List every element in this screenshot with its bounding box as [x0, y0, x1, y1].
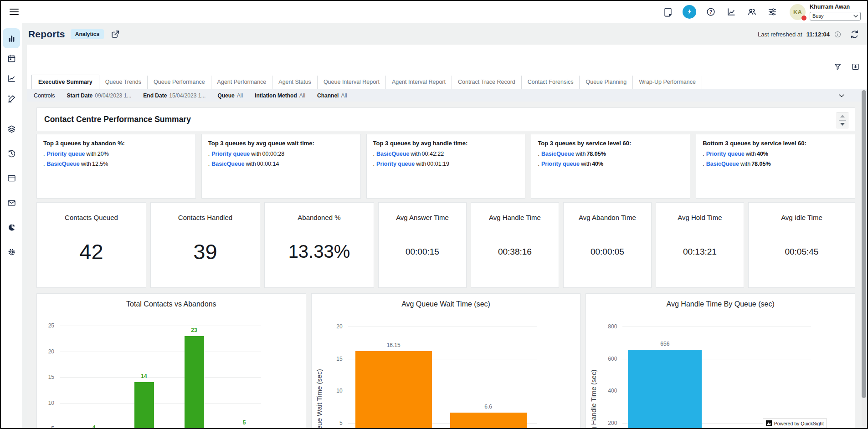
bar-chart-icon: [7, 34, 16, 43]
queue-link[interactable]: Priority queue: [541, 161, 580, 167]
sidebar-item-designer[interactable]: [3, 88, 20, 108]
insight-card-abandon: Top 3 queues by abandon %: .Priority que…: [36, 134, 196, 199]
y-axis-label: Queue Wait Time (sec): [315, 347, 323, 428]
export-button[interactable]: [851, 62, 860, 71]
tab-queue-trends[interactable]: Queue Trends: [99, 76, 148, 89]
preferences-button[interactable]: [766, 6, 778, 18]
sidebar-item-mail[interactable]: [3, 190, 20, 215]
gridline: [60, 403, 261, 403]
tab-agent-performance[interactable]: Agent Performance: [211, 76, 273, 89]
bar-chart-plot: 800600400200656Avg Handle Time (sec): [586, 294, 855, 428]
summary-title-card: Contact Centre Performance Summary: [36, 107, 855, 131]
list-item: .BasicQueuewith78.05%: [538, 151, 683, 157]
list-item: .Priority queuewith40%: [538, 161, 683, 167]
queue-link[interactable]: Priority queue: [46, 151, 85, 157]
sidebar-item-analytics[interactable]: [3, 215, 20, 240]
stat-value: 00:00:14: [257, 161, 279, 167]
lightning-icon: [686, 8, 693, 15]
filter-button[interactable]: [833, 62, 842, 71]
y-tick-label: 10: [324, 388, 343, 394]
filter-start-date[interactable]: Start Date09/04/2023 1...: [67, 92, 132, 99]
help-button[interactable]: ?: [705, 6, 717, 18]
app-window: ? KA: [0, 0, 868, 429]
stat-value: 00:00:28: [262, 151, 285, 157]
bar-total-contacts[interactable]: [134, 382, 154, 428]
tab-agent-interval-report[interactable]: Agent Interval Report: [386, 76, 452, 89]
tab-wrap-up-performance[interactable]: Wrap-Up Performance: [633, 76, 702, 89]
filter-queue[interactable]: QueueAll: [217, 92, 243, 99]
queue-link[interactable]: Priority queue: [706, 151, 745, 157]
filter-value: All: [299, 92, 305, 99]
scrollbar-track[interactable]: [862, 90, 866, 427]
sidebar-item-calendar[interactable]: [3, 48, 20, 68]
gridline: [60, 352, 261, 352]
user-menu[interactable]: KA Khurram Awan Busy: [790, 4, 861, 20]
last-refreshed-time: 11:12:04: [806, 31, 830, 38]
conjunction-text: with: [416, 161, 426, 167]
open-external-button[interactable]: [110, 29, 120, 39]
notepad-button[interactable]: [662, 6, 674, 18]
queue-link[interactable]: Priority queue: [211, 151, 250, 157]
spinner-down-icon[interactable]: [840, 123, 845, 126]
chevron-down-icon: [853, 15, 858, 18]
bar-chart-plot: 201510516.156.6Queue Wait Time (sec): [312, 294, 580, 428]
queue-link[interactable]: Priority queue: [376, 161, 415, 167]
bar-avg-handle-time[interactable]: [628, 350, 702, 428]
y-tick-label: 5: [36, 425, 54, 428]
kpi-contacts-queued: Contacts Queued 42: [36, 202, 146, 288]
layers-icon: [7, 124, 16, 134]
bar-avg-queue-wait-time[interactable]: [450, 413, 527, 428]
notepad-icon: [663, 7, 673, 17]
pie-chart-icon: [7, 223, 16, 232]
spinner-up-icon[interactable]: [840, 115, 845, 117]
insight-card-service-level-top: Top 3 queues by service level 60: .Basic…: [531, 134, 690, 199]
bar-value-label: 14: [128, 373, 160, 379]
bar-value-label: 656: [649, 341, 681, 347]
metrics-button[interactable]: [725, 6, 737, 18]
charts-row: Total Contacts vs Abandons 2520151054142…: [36, 293, 855, 428]
sidebar-item-settings[interactable]: [3, 240, 20, 264]
bar-total-contacts[interactable]: [185, 336, 204, 428]
page-title: Reports: [28, 29, 65, 40]
tab-contact-forensics[interactable]: Contact Forensics: [522, 76, 580, 89]
kpi-avg-abandon-time: Avg Abandon Time 00:00:05: [563, 202, 652, 288]
quick-actions-button[interactable]: [683, 5, 696, 19]
sidebar-item-layers[interactable]: [3, 117, 20, 141]
y-tick-label: 400: [599, 388, 617, 394]
tab-queue-interval-report[interactable]: Queue Interval Report: [318, 76, 386, 89]
sidebar-item-metrics[interactable]: [3, 68, 20, 88]
info-icon[interactable]: [834, 31, 842, 38]
kpi-abandoned-pct: Abandoned % 13.33%: [264, 202, 374, 288]
conjunction-text: with: [575, 151, 586, 157]
status-select[interactable]: Busy: [810, 12, 861, 20]
y-tick-label: 10: [36, 400, 54, 406]
queue-link[interactable]: BasicQueue: [376, 151, 409, 157]
bar-avg-queue-wait-time[interactable]: [355, 351, 432, 428]
scrollbar-thumb[interactable]: [862, 90, 866, 398]
filter-end-date[interactable]: End Date15/04/2023 1...: [143, 92, 205, 99]
dashboard-title: Contact Centre Performance Summary: [44, 115, 191, 124]
queue-link[interactable]: BasicQueue: [211, 161, 244, 167]
filter-channel[interactable]: ChannelAll: [317, 92, 347, 99]
tab-queue-performance[interactable]: Queue Performance: [148, 76, 211, 89]
refresh-button[interactable]: [849, 29, 860, 40]
collapse-controls-button[interactable]: [837, 91, 846, 100]
sidebar-item-window[interactable]: [3, 166, 20, 190]
filter-label: Channel: [317, 92, 339, 99]
tab-executive-summary[interactable]: Executive Summary: [31, 75, 99, 90]
menu-button[interactable]: [8, 6, 20, 18]
queue-link[interactable]: BasicQueue: [706, 161, 739, 167]
busy-status-dot: [801, 15, 806, 20]
tab-queue-planning[interactable]: Queue Planning: [580, 76, 633, 89]
widget-spinner[interactable]: [837, 112, 848, 128]
agents-button[interactable]: [746, 6, 758, 18]
main-content: Reports Analytics Last refreshed at 11:1…: [22, 23, 867, 428]
sidebar-item-history[interactable]: [3, 141, 20, 166]
queue-link[interactable]: BasicQueue: [541, 151, 574, 157]
tab-agent-status[interactable]: Agent Status: [272, 76, 318, 89]
filter-initiation-method[interactable]: Intiation MethodAll: [255, 92, 305, 99]
stat-value: 12.5%: [92, 161, 108, 167]
queue-link[interactable]: BasicQueue: [46, 161, 79, 167]
sidebar-item-reports[interactable]: [3, 28, 20, 48]
tab-contract-trace-record[interactable]: Contract Trace Record: [452, 76, 522, 89]
